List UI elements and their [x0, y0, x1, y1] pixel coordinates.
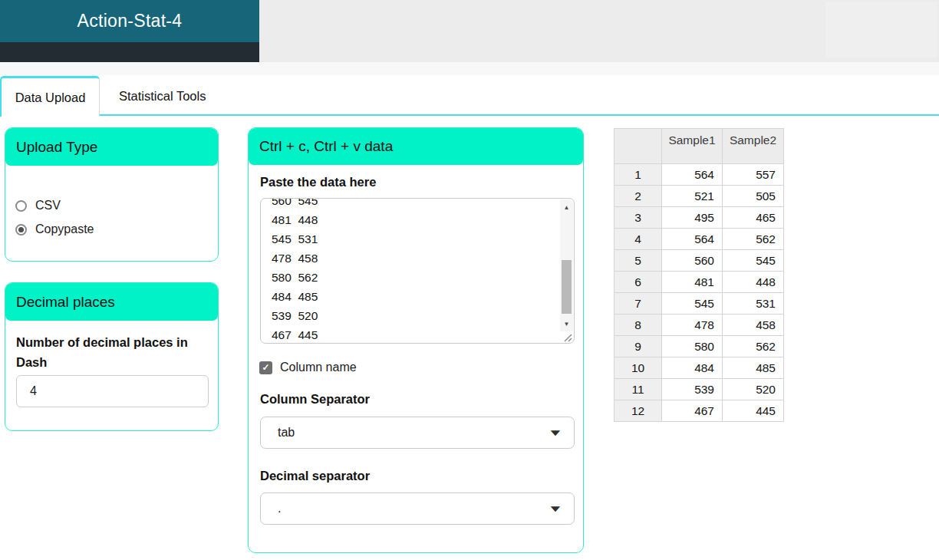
- paste-textarea-label: Paste the data here: [260, 175, 376, 189]
- upload-type-title: Upload Type: [16, 139, 97, 156]
- upload-type-card-header: Upload Type: [5, 128, 218, 166]
- paste-textarea[interactable]: 564 557 521 505 495 465 564 562 560 545 …: [260, 198, 575, 344]
- decimal-places-input[interactable]: [16, 375, 209, 407]
- decimal-separator-value: .: [261, 502, 281, 516]
- column-separator-label: Column Separator: [260, 392, 370, 407]
- data-cell: 539: [662, 379, 723, 400]
- column-separator-dropdown[interactable]: tab ▼: [260, 417, 575, 449]
- data-cell: 445: [723, 400, 784, 422]
- radio-icon[interactable]: [15, 200, 27, 212]
- row-index-cell: 11: [614, 379, 662, 400]
- row-index-cell: 3: [614, 207, 662, 229]
- data-cell: 564: [662, 229, 723, 250]
- column-separator-value: tab: [261, 426, 295, 440]
- table-row: 2521505: [614, 186, 784, 207]
- row-index-cell: 7: [614, 293, 662, 315]
- table-header-sample2: Sample2: [723, 129, 784, 164]
- table-row: 12467445: [614, 400, 784, 422]
- tab-bar: Data Upload Statistical Tools: [0, 76, 939, 117]
- top-bar-inset-panel: [825, 2, 937, 58]
- data-cell: 485: [723, 357, 784, 379]
- header-substrip: [0, 62, 939, 75]
- table-row: 11539520: [614, 379, 784, 400]
- page-title: Action-Stat-4: [77, 11, 183, 31]
- paste-textarea-content: 564 557 521 505 495 465 564 562 560 545 …: [261, 198, 574, 344]
- data-cell: 557: [723, 164, 784, 186]
- app-header: Action-Stat-4: [0, 0, 259, 42]
- data-cell: 545: [723, 250, 784, 272]
- row-index-cell: 1: [614, 164, 662, 186]
- data-cell: 562: [723, 336, 784, 357]
- data-cell: 545: [662, 293, 723, 315]
- radio-option-csv[interactable]: CSV: [15, 199, 61, 212]
- data-table-body: 1564557252150534954654564562556054564814…: [614, 164, 784, 422]
- scroll-down-icon[interactable]: ▼: [560, 318, 573, 330]
- row-index-cell: 12: [614, 400, 662, 422]
- table-row: 4564562: [614, 229, 784, 250]
- resize-grip-icon[interactable]: [562, 331, 572, 341]
- data-cell: 580: [662, 336, 723, 357]
- table-header-sample1: Sample1: [662, 129, 723, 164]
- chevron-down-icon: ▼: [548, 503, 564, 514]
- row-index-cell: 9: [614, 336, 662, 357]
- data-cell: 478: [662, 315, 723, 336]
- app-window: Action-Stat-4 Data Upload Statistical To…: [0, 0, 939, 560]
- decimal-places-title: Decimal places: [16, 294, 115, 311]
- row-index-cell: 5: [614, 250, 662, 272]
- tab-data-upload[interactable]: Data Upload: [0, 76, 100, 117]
- data-cell: 465: [723, 207, 784, 229]
- paste-data-title: Ctrl + c, Ctrl + v data: [259, 138, 393, 155]
- decimal-places-input-label: Number of decimal places in Dash: [16, 332, 213, 372]
- row-index-cell: 4: [614, 229, 662, 250]
- table-header-row: Sample1 Sample2: [614, 129, 784, 164]
- data-cell: 495: [662, 207, 723, 229]
- radio-icon-selected[interactable]: [15, 224, 27, 236]
- scroll-up-icon[interactable]: ▲: [560, 201, 573, 213]
- data-cell: 520: [723, 379, 784, 400]
- decimal-separator-dropdown[interactable]: . ▼: [260, 492, 575, 525]
- data-cell: 560: [662, 250, 723, 272]
- tab-statistical-tools[interactable]: Statistical Tools: [100, 76, 242, 116]
- data-preview-table: Sample1 Sample2 156455725215053495465456…: [614, 128, 784, 422]
- textarea-scrollbar[interactable]: ▲ ▼: [560, 199, 573, 331]
- checkbox-checked-icon[interactable]: ✓: [259, 361, 272, 374]
- paste-data-card-header: Ctrl + c, Ctrl + v data: [249, 128, 583, 165]
- table-row: 6481448: [614, 272, 784, 293]
- radio-dot: [18, 227, 24, 232]
- table-header-index: [614, 129, 662, 164]
- checkmark-icon: ✓: [262, 363, 269, 372]
- data-cell: 458: [723, 315, 784, 336]
- column-name-checkbox-label: Column name: [280, 361, 357, 374]
- table-row: 1564557: [614, 164, 784, 186]
- scrollbar-thumb[interactable]: [562, 260, 572, 314]
- data-cell: 467: [662, 400, 723, 422]
- decimal-separator-label: Decimal separator: [260, 469, 370, 483]
- chevron-down-icon: ▼: [548, 427, 564, 438]
- radio-label: Copypaste: [35, 222, 94, 236]
- column-name-checkbox-row[interactable]: ✓ Column name: [259, 361, 357, 374]
- table-row: 3495465: [614, 207, 784, 229]
- data-cell: 505: [723, 186, 784, 207]
- table-row: 8478458: [614, 315, 784, 336]
- data-cell: 562: [723, 229, 784, 250]
- row-index-cell: 6: [614, 272, 662, 293]
- data-cell: 448: [723, 272, 784, 293]
- app-header-shadow-band: [0, 42, 259, 62]
- radio-option-copypaste[interactable]: Copypaste: [15, 222, 94, 236]
- row-index-cell: 10: [614, 357, 662, 379]
- paste-data-card: Ctrl + c, Ctrl + v data Paste the data h…: [248, 127, 584, 553]
- radio-label: CSV: [35, 199, 61, 212]
- row-index-cell: 8: [614, 315, 662, 336]
- table-row: 5560545: [614, 250, 784, 272]
- data-cell: 521: [662, 186, 723, 207]
- table-row: 7545531: [614, 293, 784, 315]
- data-cell: 564: [662, 164, 723, 186]
- data-cell: 484: [662, 357, 723, 379]
- decimal-places-card-header: Decimal places: [5, 283, 218, 321]
- decimal-places-card: Decimal places Number of decimal places …: [5, 282, 219, 431]
- table-row: 10484485: [614, 357, 784, 379]
- data-cell: 481: [662, 272, 723, 293]
- table-row: 9580562: [614, 336, 784, 357]
- data-cell: 531: [723, 293, 784, 315]
- upload-type-card: Upload Type CSV Copypaste: [5, 127, 219, 262]
